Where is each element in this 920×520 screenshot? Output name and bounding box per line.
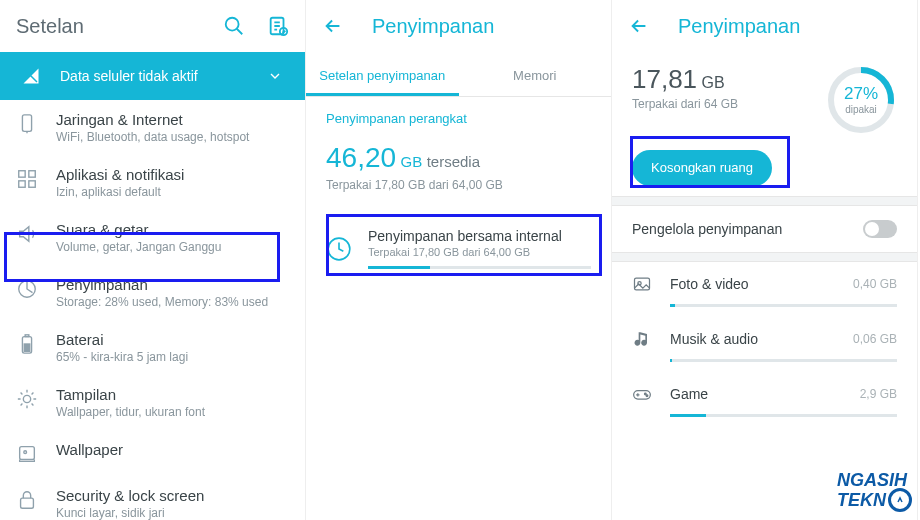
storage-available: 46,20 GB tersedia Terpakai 17,80 GB dari… bbox=[306, 134, 611, 198]
svg-point-27 bbox=[646, 394, 648, 396]
wallpaper-icon bbox=[16, 443, 38, 465]
item-battery[interactable]: Baterai65% - kira-kira 5 jam lagi bbox=[0, 320, 305, 375]
page-title: Penyimpanan bbox=[678, 15, 901, 38]
header: Penyimpanan bbox=[612, 0, 917, 52]
svg-line-1 bbox=[237, 29, 243, 35]
storage-manager-row[interactable]: Pengelola penyimpanan bbox=[612, 206, 917, 252]
sound-icon bbox=[16, 223, 38, 245]
item-sound[interactable]: Suara & getarVolume, getar, Jangan Gangg… bbox=[0, 210, 305, 265]
header: Penyimpanan bbox=[306, 0, 611, 52]
cat-music[interactable]: Musik & audio 0,06 GB bbox=[612, 317, 917, 351]
tabs: Setelan penyimpanan Memori bbox=[306, 52, 611, 97]
item-network[interactable]: Jaringan & InternetWiFi, Bluetooth, data… bbox=[0, 100, 305, 155]
svg-point-15 bbox=[23, 395, 30, 402]
music-icon bbox=[632, 329, 652, 349]
storage-summary: 17,81 GB Terpakai dari 64 GB 27% dipakai bbox=[612, 52, 917, 140]
cat-game-bar bbox=[670, 414, 897, 417]
svg-rect-10 bbox=[29, 181, 35, 187]
tab-storage-settings[interactable]: Setelan penyimpanan bbox=[306, 58, 459, 96]
usage-ring: 27% dipakai bbox=[825, 64, 897, 136]
storage-progress bbox=[368, 266, 591, 269]
storage-detail-panel: Penyimpanan 17,81 GB Terpakai dari 64 GB… bbox=[612, 0, 918, 520]
used-sub: Terpakai dari 64 GB bbox=[632, 97, 825, 111]
item-storage[interactable]: PenyimpananStorage: 28% used, Memory: 83… bbox=[0, 265, 305, 320]
used-number: 17,81 bbox=[632, 64, 697, 94]
free-number: 46,20 bbox=[326, 142, 396, 173]
lock-icon bbox=[16, 489, 38, 511]
storage-icon bbox=[16, 278, 38, 300]
signal-off-icon bbox=[22, 67, 40, 85]
svg-point-26 bbox=[645, 393, 647, 395]
item-security[interactable]: Security & lock screenKunci layar, sidik… bbox=[0, 476, 305, 520]
svg-point-17 bbox=[24, 451, 27, 454]
page-title: Penyimpanan bbox=[372, 15, 595, 38]
header-actions bbox=[223, 15, 289, 37]
storage-manager-label: Pengelola penyimpanan bbox=[632, 221, 782, 237]
back-icon[interactable] bbox=[628, 15, 650, 37]
apps-icon bbox=[16, 168, 38, 190]
divider bbox=[612, 252, 917, 262]
banner-text: Data seluler tidak aktif bbox=[60, 68, 267, 84]
header: Setelan bbox=[0, 0, 305, 52]
internal-sub: Terpakai 17,80 GB dari 64,00 GB bbox=[368, 246, 591, 258]
svg-point-0 bbox=[226, 18, 239, 31]
ring-percent: 27% bbox=[825, 84, 897, 104]
svg-rect-18 bbox=[21, 498, 34, 508]
svg-rect-8 bbox=[29, 171, 35, 177]
divider bbox=[612, 196, 917, 206]
photo-icon bbox=[632, 274, 652, 294]
storage-manager-toggle[interactable] bbox=[863, 220, 897, 238]
svg-rect-9 bbox=[19, 181, 25, 187]
back-icon[interactable] bbox=[322, 15, 344, 37]
tab-memory[interactable]: Memori bbox=[459, 58, 612, 96]
settings-panel: Setelan Data seluler tidak aktif Jaringa… bbox=[0, 0, 306, 520]
page-title: Setelan bbox=[16, 15, 223, 38]
item-wallpaper[interactable]: Wallpaper bbox=[0, 430, 305, 476]
svg-rect-5 bbox=[22, 115, 31, 131]
search-icon[interactable] bbox=[223, 15, 245, 37]
network-icon bbox=[16, 113, 38, 135]
ring-label: dipakai bbox=[825, 104, 897, 115]
cat-photo-bar bbox=[670, 304, 897, 307]
settings-list: Jaringan & InternetWiFi, Bluetooth, data… bbox=[0, 100, 305, 520]
item-apps[interactable]: Aplikasi & notifikasiIzin, aplikasi defa… bbox=[0, 155, 305, 210]
cat-music-bar bbox=[670, 359, 897, 362]
internal-title: Penyimpanan bersama internal bbox=[368, 228, 591, 244]
storage-panel: Penyimpanan Setelan penyimpanan Memori P… bbox=[306, 0, 612, 520]
data-banner[interactable]: Data seluler tidak aktif bbox=[0, 52, 305, 100]
free-subtitle: Terpakai 17,80 GB dari 64,00 GB bbox=[326, 178, 591, 192]
game-icon bbox=[632, 384, 652, 404]
item-display[interactable]: TampilanWallpaper, tidur, ukuran font bbox=[0, 375, 305, 430]
chevron-down-icon bbox=[267, 68, 283, 84]
clock-icon bbox=[326, 236, 352, 262]
cat-game[interactable]: Game 2,9 GB bbox=[612, 372, 917, 406]
svg-rect-7 bbox=[19, 171, 25, 177]
internal-storage-row[interactable]: Penyimpanan bersama internal Terpakai 17… bbox=[306, 218, 611, 279]
svg-rect-13 bbox=[25, 335, 29, 337]
cat-photo[interactable]: Foto & video 0,40 GB bbox=[612, 262, 917, 296]
section-device-storage: Penyimpanan perangkat bbox=[306, 97, 611, 134]
free-space-button[interactable]: Kosongkan ruang bbox=[632, 150, 772, 186]
battery-icon bbox=[16, 333, 38, 355]
svg-rect-14 bbox=[24, 344, 30, 351]
checklist-icon[interactable] bbox=[267, 15, 289, 37]
display-icon bbox=[16, 388, 38, 410]
